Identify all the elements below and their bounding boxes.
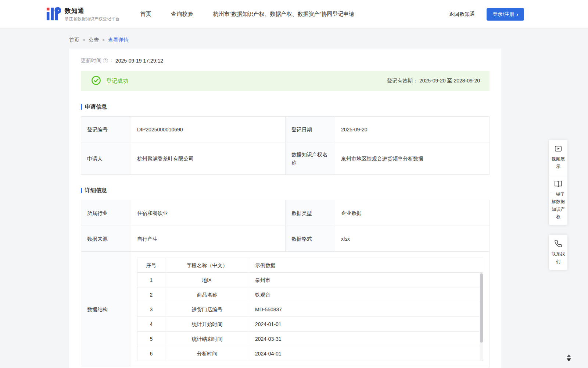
success-check-icon [91, 75, 101, 87]
breadcrumb-current: 查看详情 [108, 37, 129, 43]
table-row: 申请人 杭州聚满香茶叶有限公司 数据知识产权名称 泉州市地区铁观音进货频率分析数… [81, 142, 490, 175]
validity-label: 登记有效期： [387, 78, 418, 84]
table-row: 数据来源 自行产生 数据格式 xlsx [81, 226, 490, 252]
breadcrumb: 首页 > 公告 > 查看详情 [69, 37, 588, 43]
help-question-icon[interactable] [103, 58, 108, 63]
login-register-button[interactable]: 登录/注册 › [487, 8, 524, 21]
book-icon [554, 180, 562, 188]
cell-field-name: 商品名称 [165, 287, 249, 302]
colon: ： [109, 57, 114, 64]
data-structure-cell: 序号 字段名称（中文） 示例数据 1 地区 泉州市 2 商品名称 铁观音 [131, 252, 490, 367]
inner-table-scrollbar[interactable] [480, 273, 483, 361]
cell-sample: 2024-03-31 [249, 332, 483, 346]
logo-icon [46, 6, 61, 23]
field-value: DIP2025000010690 [131, 117, 286, 142]
section-title-bar [81, 104, 82, 110]
cell-field-name: 地区 [165, 273, 249, 287]
float-item-label: 视频展示 [550, 155, 566, 170]
field-label: 数据结构 [81, 252, 131, 367]
data-structure-table-wrap: 序号 字段名称（中文） 示例数据 1 地区 泉州市 2 商品名称 铁观音 [137, 258, 483, 361]
field-value: 泉州市地区铁观音进货频率分析数据 [335, 142, 490, 175]
cell-sample: 2024-04-01 [249, 346, 483, 361]
field-value: xlsx [335, 226, 490, 252]
section-title-details: 详细信息 [81, 187, 490, 194]
breadcrumb-separator: > [102, 38, 105, 43]
main-nav: 首页 查询校验 杭州市“数据知识产权、数据产权、数据资产”协同登记申请 [140, 11, 355, 18]
scroll-down-button[interactable] [567, 358, 571, 361]
float-item-label: 一键了解数据知识产权 [550, 191, 566, 221]
logo-subtitle: 浙江省数据知识产权登记平台 [65, 16, 120, 22]
video-showcase-button[interactable]: 视频展示 [549, 140, 567, 175]
table-row: 6 分析时间 2024-04-01 [137, 346, 483, 361]
update-time-label: 更新时间 [81, 57, 101, 64]
site-logo[interactable]: 数知通 浙江省数据知识产权登记平台 [46, 6, 120, 23]
status-badge: 登记成功 [106, 78, 128, 85]
validity-value: 2025-09-20 至 2028-09-20 [419, 78, 480, 84]
section-title-text: 申请信息 [85, 103, 107, 110]
field-label: 数据格式 [286, 226, 335, 252]
validity-period: 登记有效期： 2025-09-20 至 2028-09-20 [387, 78, 480, 84]
chevron-right-icon: › [516, 11, 518, 17]
cell-index: 4 [137, 317, 165, 332]
table-row: 5 统计结束时间 2024-03-31 [137, 332, 483, 346]
float-item-label: 联系我们 [550, 250, 566, 265]
back-to-portal-link[interactable]: 返回数知通 [449, 11, 475, 18]
cell-field-name: 进货门店编号 [165, 302, 249, 317]
cell-field-name: 统计结束时间 [165, 332, 249, 346]
cell-index: 3 [137, 302, 165, 317]
page-scroll-widget [567, 354, 571, 361]
breadcrumb-home[interactable]: 首页 [69, 37, 79, 43]
cell-sample: 铁观音 [249, 287, 483, 302]
phone-icon [554, 240, 562, 248]
cell-sample: 泉州市 [249, 273, 483, 287]
scrollbar-thumb[interactable] [480, 273, 483, 343]
table-row: 4 统计开始时间 2024-01-01 [137, 317, 483, 332]
cell-sample: 2024-01-01 [249, 317, 483, 332]
data-structure-table: 序号 字段名称（中文） 示例数据 1 地区 泉州市 2 商品名称 铁观音 [137, 258, 483, 361]
update-time-value: 2025-09-19 17:29:12 [115, 58, 163, 64]
video-icon [554, 145, 562, 153]
registration-success-banner: 登记成功 登记有效期： 2025-09-20 至 2028-09-20 [81, 71, 490, 91]
field-value: 杭州聚满香茶叶有限公司 [131, 142, 286, 175]
scroll-up-button[interactable] [567, 354, 571, 357]
cell-field-name: 分析时间 [165, 346, 249, 361]
table-row: 所属行业 住宿和餐饮业 数据类型 企业数据 [81, 200, 490, 226]
cell-index: 6 [137, 346, 165, 361]
floating-toolbar: 视频展示 一键了解数据知识产权 联系我们 [549, 140, 567, 270]
detail-card: 更新时间 ： 2025-09-19 17:29:12 登记成功 登记有效期： 2… [69, 49, 501, 368]
table-row: 3 进货门店编号 MD-550837 [137, 302, 483, 317]
logo-title: 数知通 [65, 7, 120, 15]
cell-index: 1 [137, 273, 165, 287]
table-header-row: 序号 字段名称（中文） 示例数据 [137, 258, 483, 273]
application-info-table: 登记编号 DIP2025000010690 登记日期 2025-09-20 申请… [81, 116, 490, 175]
field-label: 申请人 [81, 142, 131, 175]
field-label: 登记编号 [81, 117, 131, 142]
field-label: 登记日期 [286, 117, 335, 142]
field-label: 所属行业 [81, 200, 131, 226]
nav-item-home[interactable]: 首页 [140, 11, 151, 18]
learn-data-ip-button[interactable]: 一键了解数据知识产权 [549, 175, 567, 225]
update-time-row: 更新时间 ： 2025-09-19 17:29:12 [81, 57, 490, 64]
contact-us-button[interactable]: 联系我们 [549, 235, 567, 270]
field-value: 自行产生 [131, 226, 286, 252]
nav-item-hangzhou-registration[interactable]: 杭州市“数据知识产权、数据产权、数据资产”协同登记申请 [213, 11, 355, 18]
table-row: 数据结构 序号 字段名称（中文） 示例数据 1 地区 泉州市 [81, 252, 490, 367]
cell-sample: MD-550837 [249, 302, 483, 317]
table-row: 2 商品名称 铁观音 [137, 287, 483, 302]
section-title-text: 详细信息 [85, 187, 107, 194]
table-row: 1 地区 泉州市 [137, 273, 483, 287]
field-label: 数据知识产权名称 [286, 142, 335, 175]
section-title-application: 申请信息 [81, 103, 490, 110]
breadcrumb-announcements[interactable]: 公告 [89, 37, 99, 43]
login-register-label: 登录/注册 [492, 11, 514, 18]
column-header: 序号 [137, 258, 165, 273]
cell-index: 2 [137, 287, 165, 302]
column-header: 字段名称（中文） [165, 258, 249, 273]
breadcrumb-separator: > [83, 38, 85, 43]
cell-field-name: 统计开始时间 [165, 317, 249, 332]
top-header: 数知通 浙江省数据知识产权登记平台 首页 查询校验 杭州市“数据知识产权、数据产… [0, 0, 588, 29]
section-title-bar [81, 188, 82, 193]
nav-item-query-verify[interactable]: 查询校验 [171, 11, 193, 18]
field-value: 企业数据 [335, 200, 490, 226]
field-value: 2025-09-20 [335, 117, 490, 142]
